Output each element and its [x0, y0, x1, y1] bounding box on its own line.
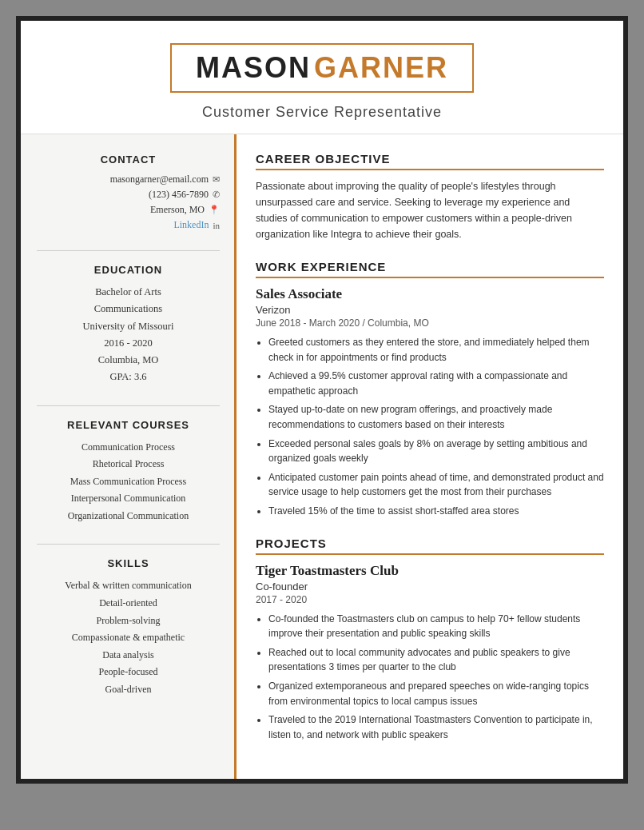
education-title: EDUCATION: [37, 264, 220, 276]
contact-section: CONTACT masongarner@email.com ✉ (123) 45…: [37, 154, 220, 231]
work-experience-section: WORK EXPERIENCE Sales Associate Verizon …: [256, 260, 604, 519]
skill-5: Data analysis: [37, 647, 220, 664]
bullet-item: Stayed up-to-date on new program offerin…: [268, 402, 604, 432]
edu-university: University of Missouri: [37, 318, 220, 335]
course-3: Mass Communication Process: [37, 473, 220, 491]
skill-1: Verbal & written communication: [37, 577, 220, 595]
location-text: Emerson, MO: [150, 204, 205, 216]
skills-title: SKILLS: [37, 557, 220, 569]
project-role: Co-founder: [256, 581, 604, 593]
education-details: Bachelor of Arts Communications Universi…: [37, 284, 220, 386]
email-icon: ✉: [213, 174, 220, 185]
linkedin-link[interactable]: LinkedIn: [173, 219, 209, 231]
bullet-item: Reached out to local community advocates…: [268, 645, 604, 675]
projects-title: PROJECTS: [256, 537, 604, 555]
courses-title: RELEVANT COURSES: [37, 419, 220, 431]
bullet-item: Greeted customers as they entered the st…: [268, 335, 604, 365]
course-1: Communication Process: [37, 439, 220, 457]
course-5: Organizational Communication: [37, 508, 220, 525]
job-meta: June 2018 - March 2020 / Columbia, MO: [256, 317, 604, 329]
course-4: Interpersonal Communication: [37, 490, 220, 508]
project-bullets: Co-founded the Toastmasters club on camp…: [256, 612, 604, 743]
courses-list: Communication Process Rhetorical Process…: [37, 439, 220, 525]
job-title-text: Sales Associate: [256, 286, 604, 302]
bullet-item: Achieved a 99.5% customer approval ratin…: [268, 369, 604, 398]
divider-2: [37, 405, 220, 406]
first-name: MASON: [196, 51, 311, 84]
job-title-header: Customer Service Representative: [53, 104, 591, 121]
sidebar: CONTACT masongarner@email.com ✉ (123) 45…: [21, 134, 237, 779]
divider-3: [37, 544, 220, 545]
work-experience-title: WORK EXPERIENCE: [256, 260, 604, 278]
skill-4: Compassionate & empathetic: [37, 629, 220, 647]
skill-7: Goal-driven: [37, 681, 220, 699]
bullet-item: Traveled 15% of the time to assist short…: [268, 504, 604, 519]
linkedin-icon: in: [213, 221, 220, 230]
edu-degree: Bachelor of Arts: [37, 284, 220, 301]
name-box: MASON GARNER: [170, 43, 474, 93]
edu-gpa: GPA: 3.6: [37, 369, 220, 385]
job-bullets: Greeted customers as they entered the st…: [256, 335, 604, 519]
contact-linkedin[interactable]: LinkedIn in: [37, 219, 220, 231]
main-content: CAREER OBJECTIVE Passionate about improv…: [237, 134, 623, 779]
courses-section: RELEVANT COURSES Communication Process R…: [37, 419, 220, 525]
bullet-item: Co-founded the Toastmasters club on camp…: [268, 612, 604, 641]
skill-3: Problem-solving: [37, 613, 220, 630]
career-objective-title: CAREER OBJECTIVE: [256, 152, 604, 170]
course-2: Rhetorical Process: [37, 456, 220, 473]
edu-location: Columbia, MO: [37, 352, 220, 369]
edu-years: 2016 - 2020: [37, 335, 220, 352]
project-title: Tiger Toastmasters Club: [256, 563, 604, 579]
location-icon: 📍: [209, 205, 220, 215]
skill-6: People-focused: [37, 664, 220, 681]
education-section: EDUCATION Bachelor of Arts Communication…: [37, 264, 220, 386]
career-objective-text: Passionate about improving the quality o…: [256, 178, 604, 242]
projects-section: PROJECTS Tiger Toastmasters Club Co-foun…: [256, 537, 604, 743]
contact-location: Emerson, MO 📍: [37, 204, 220, 216]
edu-field: Communications: [37, 301, 220, 317]
career-objective-section: CAREER OBJECTIVE Passionate about improv…: [256, 152, 604, 242]
bullet-item: Exceeded personal sales goals by 8% on a…: [268, 437, 604, 466]
bullet-item: Traveled to the 2019 International Toast…: [268, 712, 604, 742]
company-name: Verizon: [256, 304, 604, 316]
bullet-item: Anticipated customer pain points ahead o…: [268, 470, 604, 500]
contact-title: CONTACT: [37, 154, 220, 166]
resume-header: MASON GARNER Customer Service Representa…: [21, 21, 623, 134]
resume-document: MASON GARNER Customer Service Representa…: [16, 16, 628, 784]
body-layout: CONTACT masongarner@email.com ✉ (123) 45…: [21, 134, 623, 779]
skills-list: Verbal & written communication Detail-or…: [37, 577, 220, 698]
phone-icon: ✆: [213, 190, 220, 200]
skills-section: SKILLS Verbal & written communication De…: [37, 557, 220, 698]
contact-phone: (123) 456-7890 ✆: [37, 189, 220, 201]
email-text: masongarner@email.com: [110, 174, 209, 186]
bullet-item: Organized extemporaneous and prepared sp…: [268, 679, 604, 708]
project-years: 2017 - 2020: [256, 594, 604, 605]
contact-email: masongarner@email.com ✉: [37, 174, 220, 186]
phone-text: (123) 456-7890: [149, 189, 209, 201]
divider-1: [37, 250, 220, 251]
skill-2: Detail-oriented: [37, 595, 220, 613]
last-name: GARNER: [314, 51, 448, 84]
